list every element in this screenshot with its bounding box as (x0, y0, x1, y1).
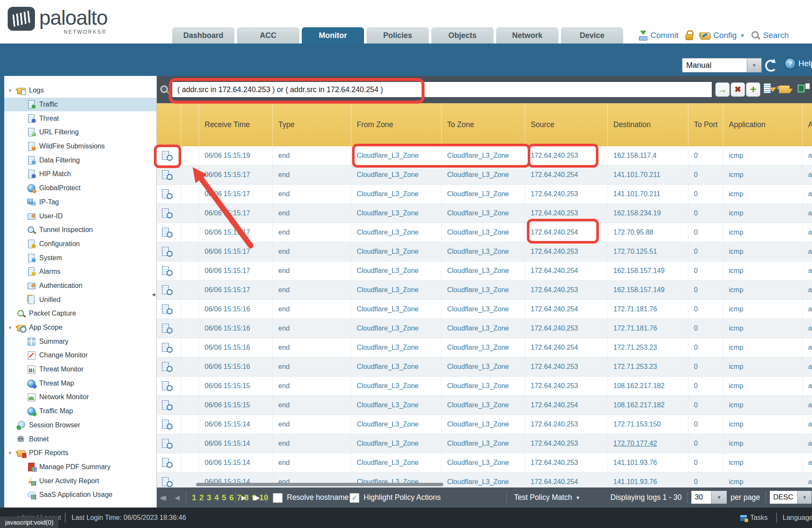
cell-value-to-port[interactable]: 0 (694, 382, 698, 390)
cell-value-destination[interactable]: 172.70.95.88 (613, 229, 653, 236)
cell-value-source[interactable]: 172.64.240.253 (531, 382, 578, 390)
cell-value-application[interactable]: icmp (729, 248, 743, 255)
log-detail-magnifier-icon[interactable] (162, 228, 173, 238)
sidebar-item-logs[interactable]: ▼Logs (4, 84, 156, 98)
sidebar-item-traffic[interactable]: Traffic (4, 98, 156, 112)
cell-value-action[interactable]: al (808, 305, 812, 313)
sidebar-item-alarms[interactable]: Alarms (4, 265, 156, 279)
cell-value-source[interactable]: 172.64.240.253 (531, 363, 578, 371)
cell-value-action[interactable]: al (808, 171, 812, 179)
sidebar-item-botnet[interactable]: Botnet (4, 432, 156, 446)
highlight-policy-actions-checkbox[interactable]: ✓ (350, 493, 359, 503)
col-header-destination[interactable]: Destination (608, 103, 688, 146)
cell-value-from-zone[interactable]: Cloudflare_L3_Zone (357, 459, 419, 467)
cell-value-type[interactable]: end (278, 325, 290, 332)
cell-value-to-port[interactable]: 0 (694, 152, 698, 160)
cell-value-destination[interactable]: 141.101.70.211 (613, 171, 660, 179)
cell-value-action[interactable]: al (808, 421, 812, 428)
sidebar-item-saas-application-usage[interactable]: SaaS Application Usage (4, 488, 156, 502)
cell-value-destination[interactable]: 108.162.217.182 (613, 382, 665, 390)
cell-value-type[interactable]: end (278, 229, 290, 236)
cell-value-from-zone[interactable]: Cloudflare_L3_Zone (357, 363, 419, 371)
cell-value-to-zone[interactable]: Cloudflare_L3_Zone (447, 440, 509, 447)
cell-value-to-port[interactable]: 0 (694, 209, 698, 217)
tasks-button[interactable]: Tasks (740, 508, 768, 528)
log-detail-magnifier-icon[interactable] (162, 170, 173, 180)
cell-value-destination[interactable]: 162.158.157.149 (613, 267, 665, 275)
col-header-receive-time[interactable]: Receive Time (199, 103, 273, 146)
cell-value-to-port[interactable]: 0 (694, 305, 698, 313)
cell-value-to-zone[interactable]: Cloudflare_L3_Zone (447, 286, 509, 294)
cell-value-to-zone[interactable]: Cloudflare_L3_Zone (447, 325, 509, 332)
page-number-6[interactable]: 6 (229, 493, 234, 502)
col-header-to-zone[interactable]: To Zone (442, 103, 525, 146)
cell-value-source[interactable]: 172.64.240.253 (531, 440, 578, 447)
page-number-7[interactable]: 7 (237, 493, 241, 502)
cell-value-source[interactable]: 172.64.240.253 (531, 459, 578, 467)
tree-expander-icon[interactable]: ▼ (8, 88, 17, 93)
log-detail-magnifier-icon[interactable] (162, 266, 173, 276)
sidebar-item-ip-tag[interactable]: IP-Tag (4, 195, 156, 209)
cell-value-action[interactable]: al (808, 325, 812, 332)
log-detail-magnifier-icon[interactable] (162, 247, 173, 257)
cell-value-source[interactable]: 172.64.240.253 (531, 325, 578, 332)
tab-policies[interactable]: Policies (367, 27, 429, 44)
cell-value-from-zone[interactable]: Cloudflare_L3_Zone (357, 190, 419, 198)
cell-value-action[interactable]: al (808, 209, 812, 217)
cell-value-type[interactable]: end (278, 286, 290, 294)
cell-value-source[interactable]: 172.64.240.253 (531, 209, 578, 217)
sort-order-select[interactable]: DESC (770, 491, 797, 504)
cell-value-to-zone[interactable]: Cloudflare_L3_Zone (447, 421, 509, 428)
cell-value-source[interactable]: 172.64.240.254 (531, 305, 578, 313)
log-detail-magnifier-icon[interactable] (162, 209, 173, 218)
cell-value-action[interactable]: al (808, 267, 812, 275)
cell-value-to-port[interactable]: 0 (694, 363, 698, 371)
cell-value-from-zone[interactable]: Cloudflare_L3_Zone (357, 305, 419, 313)
cell-value-action[interactable]: al (808, 190, 812, 198)
config-menu-button[interactable]: Config ▼ (700, 31, 745, 40)
sidebar-item-system[interactable]: System (4, 251, 156, 265)
apply-filter-button[interactable]: → (715, 82, 730, 97)
sidebar-item-data-filtering[interactable]: Data Filtering (4, 153, 156, 167)
cell-value-destination[interactable]: 162.158.117.4 (613, 152, 656, 160)
cell-value-to-zone[interactable]: Cloudflare_L3_Zone (447, 363, 509, 371)
horizontal-scrollbar[interactable] (157, 482, 812, 487)
cell-value-application[interactable]: icmp (729, 459, 743, 467)
cell-value-action[interactable]: al (808, 248, 812, 255)
cell-value-from-zone[interactable]: Cloudflare_L3_Zone (357, 344, 419, 351)
add-filter-button[interactable]: + (746, 82, 760, 97)
log-detail-magnifier-icon[interactable] (162, 343, 173, 353)
cell-value-to-zone[interactable]: Cloudflare_L3_Zone (447, 229, 509, 236)
tab-objects[interactable]: Objects (431, 27, 494, 44)
cell-value-to-port[interactable]: 0 (694, 267, 698, 275)
tree-expander-icon[interactable]: ▼ (8, 325, 17, 330)
cell-value-application[interactable]: icmp (729, 440, 743, 447)
cell-value-to-zone[interactable]: Cloudflare_L3_Zone (447, 382, 509, 390)
sidebar-item-globalprotect[interactable]: GlobalProtect (4, 181, 156, 195)
cell-value-application[interactable]: icmp (729, 305, 743, 313)
cell-value-application[interactable]: icmp (729, 229, 743, 236)
sidebar-item-manage-pdf-summary[interactable]: Manage PDF Summary (4, 460, 156, 474)
sidebar-item-packet-capture[interactable]: Packet Capture (4, 307, 156, 321)
last-page-button[interactable]: ▶▶ (253, 487, 257, 508)
page-number-4[interactable]: 4 (214, 493, 219, 502)
cell-value-type[interactable]: end (278, 421, 290, 428)
sidebar-item-user-id[interactable]: User-ID (4, 209, 156, 223)
log-detail-magnifier-icon[interactable] (162, 362, 173, 372)
cell-value-to-zone[interactable]: Cloudflare_L3_Zone (447, 248, 509, 255)
cell-value-to-port[interactable]: 0 (694, 190, 698, 198)
cell-value-to-zone[interactable]: Cloudflare_L3_Zone (447, 152, 509, 160)
sidebar-item-change-monitor[interactable]: Change Monitor (4, 348, 156, 363)
cell-value-destination[interactable]: 172.71.153.150 (613, 421, 661, 428)
cell-value-action[interactable]: al (808, 382, 812, 390)
cell-value-application[interactable]: icmp (729, 152, 743, 160)
sidebar-item-traffic-map[interactable]: Traffic Map (4, 404, 156, 418)
sidebar-item-pdf-reports[interactable]: ▼PDF Reports (4, 446, 156, 460)
col-header-application[interactable]: Application (723, 103, 803, 146)
cell-value-destination[interactable]: 172.71.181.76 (613, 325, 657, 332)
tab-device[interactable]: Device (561, 27, 623, 44)
cell-value-application[interactable]: icmp (729, 209, 743, 217)
cell-value-type[interactable]: end (278, 401, 290, 409)
cell-value-from-zone[interactable]: Cloudflare_L3_Zone (357, 229, 419, 236)
cell-value-to-port[interactable]: 0 (694, 325, 698, 332)
